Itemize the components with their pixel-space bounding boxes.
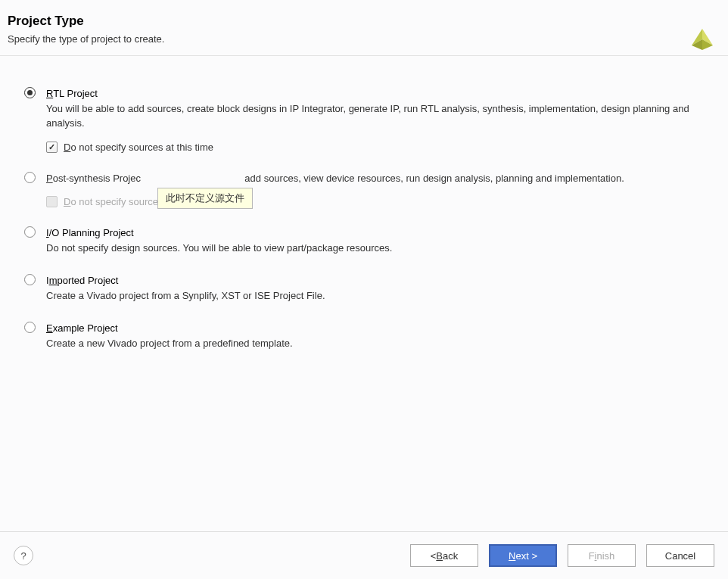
button-row: < Back Next > Finish Cancel — [410, 544, 714, 567]
radio-imported[interactable] — [24, 274, 36, 285]
vivado-logo-icon — [687, 23, 717, 53]
option-io-desc: Do not specify design sources. You will … — [46, 241, 704, 256]
checkbox-post-no-sources — [46, 196, 58, 207]
rtl-checkbox-row: Do not specify sources at this time — [46, 142, 704, 153]
cancel-button[interactable]: Cancel — [646, 544, 714, 567]
radio-example[interactable] — [24, 322, 36, 333]
option-io-planning-project: I/O Planning Project Do not specify desi… — [24, 226, 704, 255]
page-title: Project Type — [8, 14, 720, 29]
radio-rtl-project[interactable] — [24, 87, 36, 98]
finish-button[interactable]: Finish — [568, 544, 636, 567]
footer: ? < Back Next > Finish Cancel — [0, 531, 728, 579]
option-imported-desc: Create a Vivado project from a Synplify,… — [46, 288, 704, 304]
header: Project Type Specify the type of project… — [0, 0, 728, 56]
post-checkbox-row: Do not specify sources at this time — [46, 196, 704, 207]
help-button[interactable]: ? — [14, 546, 33, 565]
option-rtl-desc: You will be able to add sources, create … — [46, 101, 704, 131]
option-imported-project: Imported Project Create a Vivado project… — [24, 273, 704, 303]
option-example-title: Example Project — [46, 321, 704, 336]
back-button[interactable]: < Back — [410, 544, 478, 567]
radio-post-synthesis[interactable] — [24, 172, 36, 183]
tooltip: 此时不定义源文件 — [157, 188, 253, 209]
option-rtl-title: RTL Project — [46, 86, 704, 101]
checkbox-rtl-no-sources[interactable] — [46, 142, 58, 153]
option-post-line: Post-synthesis Projec XXXXXXXXXXXXXXX ad… — [46, 171, 704, 186]
option-post-synthesis-project: Post-synthesis Projec XXXXXXXXXXXXXXX ad… — [24, 171, 704, 208]
radio-io-planning[interactable] — [24, 226, 36, 238]
option-example-desc: Create a new Vivado project from a prede… — [46, 336, 704, 351]
option-io-title: I/O Planning Project — [46, 226, 704, 241]
option-example-project: Example Project Create a new Vivado proj… — [24, 321, 704, 350]
options-area: RTL Project You will be able to add sour… — [0, 56, 728, 384]
option-rtl-project: RTL Project You will be able to add sour… — [24, 86, 704, 153]
checkbox-rtl-label: Do not specify sources at this time — [64, 142, 213, 153]
page-subtitle: Specify the type of project to create. — [8, 33, 720, 45]
option-imported-title: Imported Project — [46, 273, 704, 288]
next-button[interactable]: Next > — [489, 544, 557, 567]
